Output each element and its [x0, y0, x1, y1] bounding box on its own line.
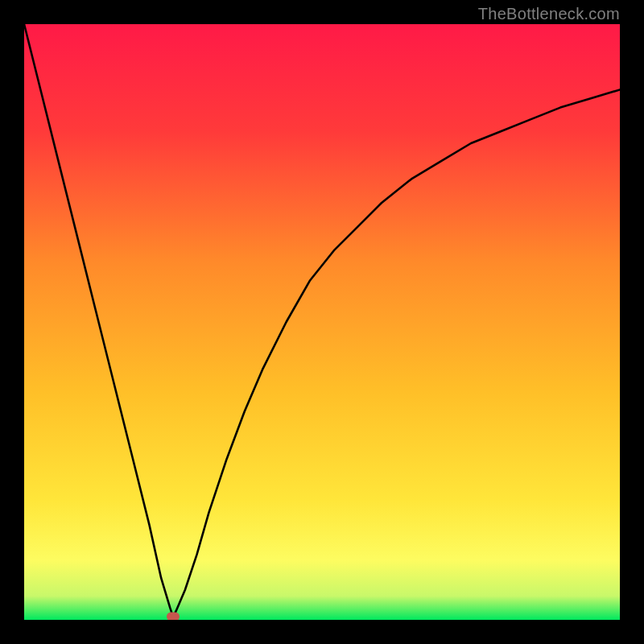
bottleneck-curve	[24, 24, 620, 620]
plot-area	[24, 24, 620, 620]
minimum-marker	[167, 613, 180, 620]
chart-frame: TheBottleneck.com	[0, 0, 644, 644]
watermark-text: TheBottleneck.com	[478, 5, 620, 23]
